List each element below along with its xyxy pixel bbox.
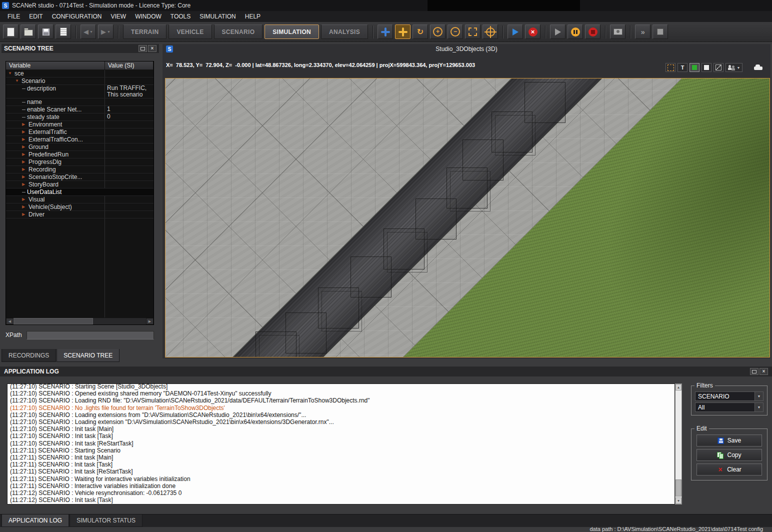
column-header-variable[interactable]: Variable	[6, 62, 105, 70]
menu-item-edit[interactable]: EDIT	[24, 12, 47, 21]
new-file-button[interactable]	[3, 24, 18, 39]
scroll-up-icon[interactable]: ▲	[676, 384, 682, 390]
expand-view-button[interactable]	[666, 63, 676, 72]
tree-row-ground[interactable]: ▶Ground	[6, 144, 154, 151]
tab-application-log[interactable]: APPLICATION LOG	[2, 514, 69, 527]
collapsed-arrow-icon[interactable]: ▶	[22, 166, 27, 173]
restore-panel-button[interactable]	[138, 45, 147, 52]
scrollbar-track[interactable]	[14, 318, 146, 324]
mode-scenario-button[interactable]: SCENARIO	[214, 24, 263, 39]
collapsed-arrow-icon[interactable]: ▶	[22, 204, 27, 210]
menu-item-simulation[interactable]: SIMULATION	[195, 12, 240, 21]
play-button[interactable]	[550, 24, 566, 39]
close-panel-button[interactable]: ×	[148, 45, 156, 52]
text-overlay-button[interactable]: T	[678, 63, 688, 72]
tree-row-steady-state[interactable]: steady state0	[6, 114, 154, 121]
log-content[interactable]: (11:27:10) SCENARIO : Starting Scene [St…	[7, 384, 675, 504]
collapsed-arrow-icon[interactable]: ▶	[22, 151, 27, 158]
menu-item-window[interactable]: WINDOW	[130, 12, 166, 21]
save-button[interactable]	[38, 24, 54, 39]
tree-row-recording[interactable]: ▶Recording	[6, 166, 154, 174]
level-filter-select[interactable]: All ▼	[695, 402, 764, 412]
tree-row-description[interactable]: descriptionRun TRAFFIC,This scenario	[6, 85, 154, 98]
xpath-input[interactable]	[26, 331, 154, 340]
scrollbar-thumb[interactable]	[676, 480, 682, 496]
tree-row-driver[interactable]: ▶Driver	[6, 211, 154, 218]
mode-vehicle-button[interactable]: VEHICLE	[168, 24, 212, 39]
tree-row-scenariostopcrite[interactable]: ▶ScenarioStopCrite...	[6, 174, 154, 181]
module-filter-select[interactable]: SCENARIO ▼	[695, 392, 764, 401]
tree-row-storyboard[interactable]: ▶StoryBoard	[6, 181, 154, 188]
scroll-left-icon[interactable]: ◀	[6, 318, 14, 324]
tree-row-vehicle-subject[interactable]: ▶Vehicle(Subject)	[6, 204, 154, 211]
tree-row-sce[interactable]: ▼sce	[6, 70, 154, 78]
tree-row-externaltrafficcon[interactable]: ▶ExternalTrafficCon...	[6, 136, 154, 144]
scrollbar-thumb[interactable]	[14, 318, 93, 324]
kill-simulation-button[interactable]: ×	[525, 24, 540, 39]
scroll-right-icon[interactable]: ▶	[146, 318, 154, 324]
zoom-in-button[interactable]: +	[430, 24, 446, 39]
center-view-button[interactable]	[482, 24, 498, 39]
mode-analysis-button[interactable]: ANALYSIS	[321, 24, 368, 39]
back-button[interactable]: ◀▼	[80, 24, 96, 39]
forward-button[interactable]: ▶▼	[98, 24, 114, 39]
vehicle-view-button[interactable]	[752, 63, 764, 72]
collapsed-arrow-icon[interactable]: ▶	[22, 181, 27, 188]
collapsed-arrow-icon[interactable]: ▶	[22, 144, 27, 150]
menu-item-file[interactable]: FILE	[3, 12, 24, 21]
rotate-view-button[interactable]: ↻	[412, 24, 428, 39]
wireframe-button[interactable]	[714, 63, 724, 72]
shading-white-button[interactable]	[702, 63, 712, 72]
stop-task-button[interactable]	[652, 24, 668, 39]
mode-simulation-button[interactable]: SIMULATION	[264, 24, 319, 39]
copy-log-button[interactable]: Copy	[696, 449, 762, 461]
collapsed-arrow-icon[interactable]: ▶	[22, 158, 27, 166]
tab-recordings[interactable]: RECORDINGS	[2, 349, 56, 362]
tree-row-externaltraffic[interactable]: ▶ExternalTraffic	[6, 128, 154, 136]
move-object-button[interactable]	[395, 24, 410, 39]
log-scrollbar[interactable]: ▲ ▼	[675, 384, 682, 504]
collapsed-arrow-icon[interactable]: ▶	[22, 128, 27, 136]
menu-item-tools[interactable]: TOOLS	[166, 12, 195, 21]
notes-button[interactable]	[56, 24, 71, 39]
expanded-arrow-icon[interactable]: ▼	[8, 70, 13, 77]
mode-terrain-button[interactable]: TERRAIN	[123, 24, 166, 39]
menu-item-view[interactable]: VIEW	[106, 12, 130, 21]
scroll-down-icon[interactable]: ▼	[676, 498, 682, 504]
tree-row-scenario[interactable]: ▼Scenario	[6, 78, 154, 85]
collapsed-arrow-icon[interactable]: ▶	[22, 136, 27, 143]
tree-row-visual[interactable]: ▶Visual	[6, 196, 154, 204]
expanded-arrow-icon[interactable]: ▼	[15, 78, 20, 84]
close-log-button[interactable]: ×	[760, 368, 768, 375]
tree-row-predefinedrun[interactable]: ▶PredefinedRun	[6, 151, 154, 158]
tree-row-enable-scaner-net[interactable]: enable Scaner Net...1	[6, 106, 154, 114]
tree-row-name[interactable]: name	[6, 98, 154, 106]
pause-button[interactable]	[568, 24, 583, 39]
tab-simulator-status[interactable]: SIMULATOR STATUS	[70, 514, 142, 527]
collapsed-arrow-icon[interactable]: ▶	[22, 121, 27, 128]
horizontal-scrollbar[interactable]: ◀ ▶	[6, 318, 154, 324]
tree-row-userdatalist[interactable]: UserDataList	[6, 188, 154, 196]
clear-log-button[interactable]: ×Clear	[696, 464, 762, 476]
menu-item-configuration[interactable]: CONFIGURATION	[48, 12, 106, 21]
tree-row-progressdlg[interactable]: ▶ProgressDlg	[6, 158, 154, 166]
collapsed-arrow-icon[interactable]: ▶	[22, 196, 27, 203]
menu-item-help[interactable]: HELP	[240, 12, 265, 21]
column-header-value[interactable]: Value (SI)	[105, 62, 154, 70]
tab-scenario-tree[interactable]: SCENARIO TREE	[56, 349, 120, 362]
collapsed-arrow-icon[interactable]: ▶	[22, 174, 27, 180]
collapsed-arrow-icon[interactable]: ▶	[22, 211, 27, 218]
snapshot-button[interactable]	[610, 24, 626, 39]
save-log-button[interactable]: Save	[696, 434, 762, 446]
shading-green-button[interactable]	[690, 63, 700, 72]
scrollbar-track[interactable]	[676, 390, 682, 498]
record-button[interactable]	[585, 24, 600, 39]
launch-simulation-button[interactable]	[508, 24, 523, 39]
scene-3d[interactable]	[165, 78, 770, 358]
camera-mode-dropdown[interactable]: ▼	[726, 63, 742, 72]
pan-view-button[interactable]	[378, 24, 393, 39]
tree-row-environment[interactable]: ▶Environment	[6, 121, 154, 128]
zoom-out-button[interactable]: −	[448, 24, 463, 39]
open-file-button[interactable]	[20, 24, 36, 39]
fit-selection-button[interactable]	[465, 24, 480, 39]
